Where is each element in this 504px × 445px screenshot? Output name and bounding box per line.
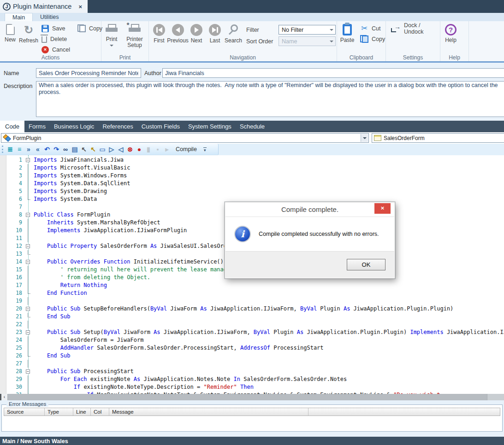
line-number: 25	[6, 344, 26, 352]
tab-forms[interactable]: Forms	[24, 121, 50, 132]
tab-code[interactable]: Code	[0, 121, 24, 132]
ribbon-button-dock-undock[interactable]: →Dock / Undock	[388, 23, 439, 34]
ribbon-tab-main[interactable]: Main	[5, 13, 33, 21]
fold-line-icon	[26, 313, 34, 321]
fold-toggle-icon: −	[26, 242, 34, 250]
ribbon-button-search[interactable]: Search	[225, 23, 242, 45]
nav-last-icon	[209, 24, 221, 36]
scroll-left-icon[interactable]: ‹	[1, 394, 8, 400]
breakpoint-icon[interactable]: ●	[135, 145, 144, 154]
code-line: 3Imports System.Windows.Forms	[0, 172, 504, 180]
tab-references[interactable]: References	[98, 121, 137, 132]
toolbar-overflow-icon[interactable]: ▾	[201, 147, 209, 152]
ribbon-button-first[interactable]: First	[151, 23, 167, 45]
window-tab[interactable]: J Plugin Maintenance ×	[0, 0, 88, 13]
line-number: 10	[6, 227, 26, 234]
plugin-form: Name Author Description When a sales ord…	[0, 63, 504, 121]
select-pointer-icon[interactable]: ↖	[79, 145, 89, 154]
indent-icon[interactable]: »	[24, 145, 33, 154]
bookmark-next-icon[interactable]: ▷	[107, 145, 116, 154]
region-icon[interactable]: ▭	[98, 145, 107, 154]
status-bar: Main / New South Wales	[0, 437, 504, 445]
ribbon-group-label: Actions	[0, 54, 101, 61]
fold-line-icon	[26, 219, 34, 227]
ribbon-button-refresh[interactable]: ↻Refresh	[20, 23, 37, 45]
author-input[interactable]	[162, 68, 504, 78]
tab-custom-fields[interactable]: Custom Fields	[137, 121, 184, 132]
ribbon-button-save[interactable]: Save	[39, 23, 73, 34]
ribbon-button-next[interactable]: Next	[188, 23, 205, 45]
undo-icon[interactable]: ↶	[42, 145, 52, 154]
name-input[interactable]	[36, 68, 141, 78]
line-number: 27	[6, 360, 26, 368]
ribbon-button-cancel[interactable]: Cancel	[39, 44, 73, 55]
cut-icon: ✂	[360, 24, 368, 33]
ribbon-button-cut[interactable]: ✂Cut	[357, 23, 388, 34]
tab-schedule[interactable]: Schedule	[236, 121, 269, 132]
outdent-icon[interactable]: «	[33, 145, 42, 154]
copy-icon	[77, 24, 86, 32]
code-line: 26 End Sub	[0, 352, 504, 360]
description-input[interactable]: When a sales order is processed, this pl…	[36, 81, 504, 117]
fold-line-icon	[26, 289, 34, 297]
find-icon[interactable]: ∞	[61, 145, 70, 154]
column-header-type[interactable]: Type	[45, 408, 73, 416]
dialog-title: Compile complete.	[225, 202, 395, 217]
ribbon-button-delete[interactable]: Delete	[39, 34, 73, 44]
ribbon-button-copy[interactable]: Copy	[75, 23, 105, 34]
form-select-value: SalesOrderForm	[384, 135, 425, 141]
bookmark-clear-icon[interactable]: ⊗	[125, 145, 135, 154]
fold-line-icon	[26, 274, 34, 281]
ribbon-button-print[interactable]: Print	[103, 23, 120, 48]
breakpoint-pause-icon[interactable]: ▮	[144, 145, 153, 154]
ribbon-button-previous[interactable]: Previous	[169, 23, 186, 45]
ribbon-tab-utilities[interactable]: Utilities	[33, 13, 66, 21]
breakpoint-toggle-icon[interactable]: ▪	[153, 145, 162, 154]
form-select[interactable]: SalesOrderForm	[372, 133, 504, 143]
column-header-source[interactable]: Source	[4, 408, 45, 416]
close-icon[interactable]: ×	[77, 3, 83, 10]
collapse-outlining-icon[interactable]: ≡	[15, 145, 24, 154]
tab-system-settings[interactable]: System Settings	[184, 121, 236, 132]
error-messages-legend: Error Messages	[6, 401, 48, 407]
chevron-down-icon[interactable]	[361, 134, 368, 142]
ribbon-button-new[interactable]: New	[2, 23, 18, 44]
toolbar-grip[interactable]	[2, 146, 4, 153]
redo-icon[interactable]: ↷	[52, 145, 61, 154]
class-icon	[3, 135, 11, 141]
toggle-outlining-icon[interactable]: ≣	[6, 145, 15, 154]
fold-line-icon	[26, 352, 34, 360]
dialog-close-icon[interactable]: ×	[374, 203, 391, 214]
ribbon-button-copy[interactable]: Copy	[357, 34, 388, 44]
ribbon-button-paste[interactable]: Paste	[339, 23, 356, 45]
plugin-class-select[interactable]: FormPlugin	[1, 133, 369, 143]
copy-special-icon[interactable]: ▤	[70, 145, 79, 154]
filter-select[interactable]: No Filter	[279, 25, 336, 35]
fold-toggle-icon: −	[26, 328, 34, 336]
fold-line-icon	[26, 383, 34, 391]
column-header-message[interactable]: Message	[109, 408, 308, 416]
column-header-col[interactable]: Col	[91, 408, 109, 416]
compile-button[interactable]: Compile	[172, 145, 201, 154]
scrollbar-thumb[interactable]	[8, 394, 487, 400]
line-number: 26	[6, 352, 26, 360]
horizontal-scrollbar[interactable]: ‹	[0, 394, 504, 400]
ok-button[interactable]: OK	[347, 259, 385, 270]
combo-row: FormPlugin SalesOrderForm	[0, 132, 504, 144]
column-header-line[interactable]: Line	[73, 408, 91, 416]
ribbon-button-last[interactable]: Last	[207, 23, 223, 45]
fold-toggle-icon: −	[26, 258, 34, 266]
fold-line-icon	[26, 266, 34, 274]
description-label: Description	[4, 83, 33, 89]
plugin-maintenance-window: J Plugin Maintenance × MainUtilities New…	[0, 0, 504, 445]
sort-order-select[interactable]: Name	[279, 36, 336, 46]
info-icon: i	[234, 226, 251, 242]
ribbon-button-help[interactable]: ?Help	[442, 23, 459, 45]
select-column-icon[interactable]: ↖	[89, 145, 98, 154]
run-to-cursor-icon[interactable]: ▸	[162, 145, 172, 154]
line-number: 23	[6, 328, 26, 336]
bookmark-prev-icon[interactable]: ◁	[116, 145, 125, 154]
line-number: 21	[6, 313, 26, 321]
ribbon-button-printer-setup[interactable]: *Printer Setup	[122, 23, 148, 50]
tab-business-logic[interactable]: Business Logic	[50, 121, 98, 132]
